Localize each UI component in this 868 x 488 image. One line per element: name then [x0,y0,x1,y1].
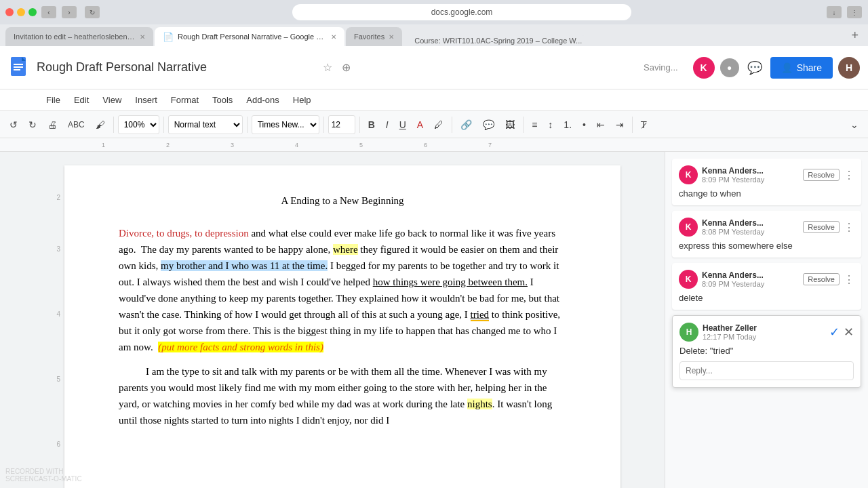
saving-status: Saving... [644,62,678,73]
reject-button-4[interactable]: ✕ [844,325,854,340]
tab-label: Rough Draft Personal Narrative – Google … [178,33,327,41]
tab-label: Invitation to edit – heatherlosleben@gma… [14,33,136,41]
reply-box-4[interactable] [679,361,854,380]
image-button[interactable]: 🖼 [501,117,519,133]
accept-button-4[interactable]: ✓ [829,325,840,340]
comment-text-4: Delete: "tried" [679,346,854,356]
document-heading: A Ending to a New Beginning [119,192,566,209]
menu-edit[interactable]: Edit [68,92,94,108]
commenter-avatar-3: K [679,270,698,289]
forward-button[interactable]: › [62,6,77,18]
text-color-button[interactable]: A [413,117,427,133]
comment-card-2: K Kenna Anders... 8:08 PM Yesterday Reso… [672,211,861,258]
menu-file[interactable]: File [41,92,66,108]
comment-header-2: K Kenna Anders... 8:08 PM Yesterday Reso… [679,218,854,237]
move-icon[interactable]: ⊕ [342,61,351,74]
window-controls [5,8,37,16]
tab-favorites[interactable]: Favorites ✕ [346,27,402,46]
avatar-secondary[interactable]: ● [720,58,739,77]
tab-label: Favorites [354,33,384,41]
paragraph-1[interactable]: Divorce, to drugs, to depression and wha… [119,225,566,355]
document-area[interactable]: 2 3 4 5 6 A Ending to a New Beginning Di… [0,152,665,488]
commenter-info-1: Kenna Anders... 8:09 PM Yesterday [702,166,764,184]
highlighted-red: Divorce, to drugs, to depression [119,228,249,239]
commenter-avatar-1: K [679,165,698,184]
document-page[interactable]: A Ending to a New Beginning Divorce, to … [64,165,620,488]
divider-5 [359,117,360,133]
comment-menu-1[interactable]: ⋮ [844,169,854,182]
spell-check-button[interactable]: ABC [64,117,89,132]
link-button[interactable]: 🔗 [456,117,476,133]
star-icon[interactable]: ☆ [323,61,332,74]
download-button[interactable]: ↓ [827,6,842,18]
comment-actions-4: ✓ ✕ [829,325,854,340]
address-bar[interactable]: docs.google.com [292,4,631,20]
avatar-heather[interactable]: H [838,57,860,79]
bold-button[interactable]: B [364,117,379,133]
menu-insert[interactable]: Insert [130,92,163,108]
indent-less-button[interactable]: ⇤ [593,117,609,133]
share-button[interactable]: 👤 Share [770,57,833,79]
refresh-button[interactable]: ↻ [85,6,100,18]
paragraph-2[interactable]: I am the type to sit and talk with my pa… [119,363,566,428]
zoom-select[interactable]: 100% [118,115,159,134]
line-spacing-button[interactable]: ↕ [544,117,557,133]
browser-chrome: ‹ › ↻ docs.google.com ↓ ⋮ [0,0,868,24]
comment-menu-3[interactable]: ⋮ [844,273,854,286]
minimize-window-dot[interactable] [17,8,25,16]
align-button[interactable]: ≡ [528,117,541,133]
italic-button[interactable]: I [382,117,393,133]
maximize-window-dot[interactable] [28,8,37,16]
resolve-button-3[interactable]: Resolve [803,273,840,285]
document-title[interactable]: Rough Draft Personal Narrative [37,60,316,75]
browser-tabs: Invitation to edit – heatherlosleben@gma… [0,24,868,46]
clear-format-button[interactable]: T̷ [637,117,651,133]
menu-help[interactable]: Help [288,92,317,108]
new-tab-button[interactable]: + [847,28,863,43]
avatar-kenna[interactable]: K [693,57,715,79]
resolve-button-1[interactable]: Resolve [803,169,840,181]
resolve-button-2[interactable]: Resolve [803,221,840,233]
extensions-button[interactable]: ⋮ [847,6,862,18]
commenter-info-3: Kenna Anders... 8:09 PM Yesterday [702,270,764,288]
bulleted-list-button[interactable]: • [578,117,590,133]
expand-button[interactable]: ⌄ [846,117,863,133]
heading-text: A Ending to a New Beginning [281,195,403,206]
comment-card-4: H Heather Zeller 12:17 PM Today ✓ ✕ Dele… [672,315,861,388]
divider-3 [247,117,248,133]
divider-6 [452,117,452,133]
commenter-name-3: Kenna Anders... [702,270,764,280]
close-window-dot[interactable] [5,8,14,16]
tab-close-icon[interactable]: ✕ [389,33,394,41]
underline-button[interactable]: U [395,117,410,133]
divider-4 [323,117,324,133]
menu-view[interactable]: View [97,92,127,108]
redo-button[interactable]: ↻ [24,117,41,133]
comment-time-1: 8:09 PM Yesterday [702,176,764,184]
menu-tools[interactable]: Tools [207,92,238,108]
numbered-list-button[interactable]: 1. [559,117,576,133]
menu-format[interactable]: Format [165,92,204,108]
comment-button[interactable]: 💬 [479,117,498,133]
style-select[interactable]: Normal text Heading 1 Heading 2 [168,115,243,134]
comment-menu-2[interactable]: ⋮ [844,221,854,234]
tab-close-icon[interactable]: ✕ [140,33,145,41]
line-numbers: 2 3 4 5 6 [44,165,64,474]
comment-card-1: K Kenna Anders... 8:09 PM Yesterday Reso… [672,159,861,205]
menu-addons[interactable]: Add-ons [241,92,284,108]
undo-button[interactable]: ↺ [5,117,22,133]
font-select[interactable]: Times New... Arial Georgia [252,115,319,134]
comment-time-2: 8:08 PM Yesterday [702,228,764,236]
tab-close-icon[interactable]: ✕ [331,33,336,41]
print-button[interactable]: 🖨 [43,117,61,133]
font-size-input[interactable] [328,115,355,134]
ruler: 1 2 3 4 5 6 7 [0,138,868,152]
tab-invitation[interactable]: Invitation to edit – heatherlosleben@gma… [5,27,153,46]
paint-format-button[interactable]: 🖌 [92,117,109,133]
highlight-button[interactable]: 🖊 [430,117,448,133]
back-button[interactable]: ‹ [41,6,56,18]
tab-doc[interactable]: 📄 Rough Draft Personal Narrative – Googl… [155,27,344,46]
reply-input-4[interactable] [686,366,848,375]
indent-more-button[interactable]: ⇥ [612,117,628,133]
comments-icon[interactable]: 💬 [745,58,765,78]
